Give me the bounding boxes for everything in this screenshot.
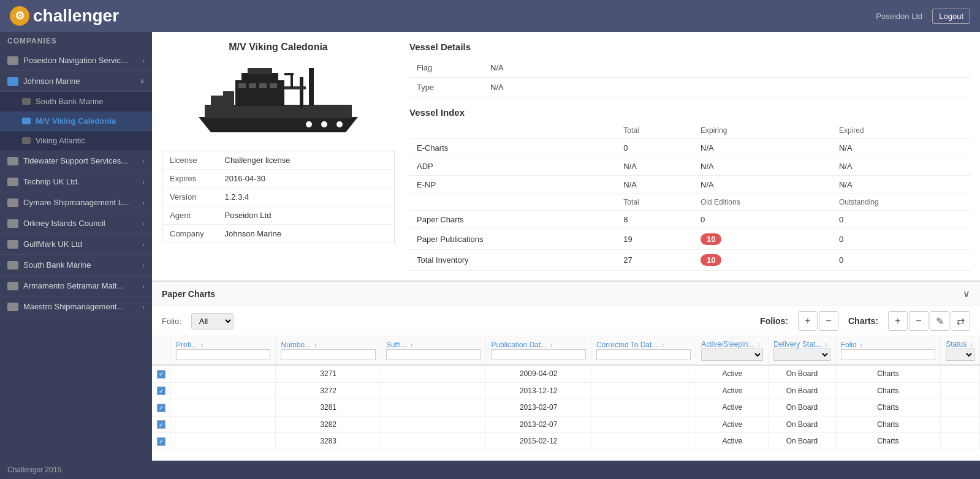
sidebar: COMPANIES Poseidon Navigation Servic... …: [0, 32, 152, 461]
collapse-paper-charts-button[interactable]: ∨: [963, 288, 970, 300]
row-checkbox[interactable]: ✓: [152, 433, 171, 450]
index-col2-total: Total: [616, 194, 693, 211]
sidebar-label-orkney: Orkney Islands Council: [23, 219, 105, 228]
index-expiring: N/A: [693, 157, 832, 176]
index-label: Paper Charts: [409, 211, 616, 229]
filter-active[interactable]: [701, 349, 763, 361]
cell-status: [941, 433, 980, 450]
charts-settings-button[interactable]: ⇄: [951, 311, 970, 331]
vessel-info-label: License: [162, 151, 218, 170]
col-corrected[interactable]: Corrected To Dat... ↕: [591, 336, 696, 365]
col-status[interactable]: Status ↕: [941, 336, 980, 365]
index-expired: N/A: [832, 139, 970, 157]
south-bank-label: South Bank Marine: [36, 97, 104, 106]
company-icon-gulfmark: [7, 240, 18, 249]
charts-edit-button[interactable]: ✎: [930, 311, 949, 331]
header: ⚙ challenger Poseidon Ltd Logout: [0, 0, 980, 32]
cell-corrected: [591, 416, 696, 433]
charts-btn-group: + − ✎ ⇄: [888, 311, 970, 331]
filter-folio[interactable]: [841, 349, 935, 360]
logout-button[interactable]: Logout: [932, 9, 970, 24]
filter-corrected[interactable]: [596, 349, 691, 360]
sidebar-item-johnson[interactable]: Johnson Marine ∨: [0, 71, 152, 92]
svg-rect-17: [223, 91, 234, 106]
chevron-orkney: ›: [142, 220, 145, 227]
col-pub-date[interactable]: Publication Dat... ↕: [486, 336, 591, 365]
cell-pub-date: 2015-02-12: [486, 433, 591, 450]
col-folio[interactable]: Folio ↕: [835, 336, 940, 365]
cell-folio: Charts: [835, 382, 940, 399]
sidebar-item-viking-caledonia[interactable]: M/V Viking Caledonia: [0, 111, 152, 131]
sidebar-item-technip[interactable]: Technip UK Ltd. ›: [0, 172, 152, 192]
cell-status: [941, 365, 980, 382]
charts-remove-button[interactable]: −: [909, 311, 929, 331]
charts-add-button[interactable]: +: [888, 311, 908, 331]
folio-select[interactable]: All: [191, 313, 234, 330]
vessel-details-row: FlagN/A: [409, 58, 970, 78]
index-total: 27: [616, 250, 693, 271]
vessel-details-panel: Vessel Details FlagN/ATypeN/A Vessel Ind…: [409, 42, 970, 271]
index-label: Paper Publications: [409, 229, 616, 250]
table-row: ✓ 3283 2015-02-12 Active On Board Charts: [152, 433, 980, 450]
chevron-maestro: ›: [142, 303, 145, 311]
checkbox-checked[interactable]: ✓: [157, 437, 165, 446]
index-row: Total Inventory27100: [409, 250, 970, 271]
sidebar-item-tidewater[interactable]: Tidewater Support Services... ›: [0, 151, 152, 172]
sidebar-label-armamento: Armamento Setramar Malt...: [23, 281, 123, 290]
filter-pub-date[interactable]: [491, 349, 585, 360]
col-checkbox: [152, 336, 171, 365]
col-active[interactable]: Active/Sleepin... ↕: [696, 336, 769, 365]
cell-prefix: [171, 416, 276, 433]
sidebar-item-cymare[interactable]: Cymare Shipmanagement L... ›: [0, 192, 152, 213]
cell-status: [941, 399, 980, 417]
viking-atlantic-label: Viking Atlantic: [36, 136, 85, 145]
filter-status[interactable]: [946, 349, 974, 361]
col-delivery[interactable]: Delivery Stat... ↕: [769, 336, 835, 365]
chevron-johnson: ∨: [140, 77, 145, 85]
paper-charts-header: Paper Charts ∨: [152, 282, 980, 306]
svg-rect-13: [300, 77, 303, 108]
col-number[interactable]: Numbe... ↕: [276, 336, 381, 365]
sidebar-item-orkney[interactable]: Orkney Islands Council ›: [0, 213, 152, 234]
sidebar-item-maestro[interactable]: Maestro Shipmanagement... ›: [0, 296, 152, 317]
filter-number[interactable]: [281, 349, 375, 360]
checkbox-checked[interactable]: ✓: [157, 370, 165, 379]
cell-delivery: On Board: [769, 399, 835, 417]
filter-suffix[interactable]: [386, 349, 481, 360]
col-prefix[interactable]: Prefi... ↕: [171, 336, 276, 365]
row-checkbox[interactable]: ✓: [152, 382, 171, 399]
index-old-editions: 10: [693, 229, 832, 250]
checkbox-checked[interactable]: ✓: [157, 404, 165, 412]
main-top: M/V Viking Caledonia: [152, 32, 980, 281]
sidebar-item-south-bank-2[interactable]: South Bank Marine ›: [0, 255, 152, 276]
cell-suffix: [381, 433, 485, 450]
index-outstanding: 0: [832, 250, 970, 271]
index-outstanding: 0: [832, 211, 970, 229]
sidebar-item-poseidon[interactable]: Poseidon Navigation Servic... ›: [0, 50, 152, 71]
checkbox-checked[interactable]: ✓: [157, 420, 165, 429]
sidebar-item-gulfmark[interactable]: GulfMark UK Ltd ›: [0, 234, 152, 255]
row-checkbox[interactable]: ✓: [152, 399, 171, 417]
sidebar-item-south-bank[interactable]: South Bank Marine: [0, 92, 152, 111]
row-checkbox[interactable]: ✓: [152, 365, 171, 382]
folios-remove-button[interactable]: −: [819, 311, 838, 331]
checkbox-checked[interactable]: ✓: [157, 387, 165, 395]
index-row: E-NPN/AN/AN/A: [409, 176, 970, 194]
svg-rect-11: [259, 83, 267, 88]
svg-point-6: [306, 121, 312, 127]
index-old-editions: 10: [693, 250, 832, 271]
row-checkbox[interactable]: ✓: [152, 416, 171, 433]
filter-delivery[interactable]: [773, 349, 830, 361]
sidebar-item-viking-atlantic[interactable]: Viking Atlantic: [0, 131, 152, 151]
company-icon-johnson: [7, 77, 18, 86]
cell-active: Active: [696, 382, 769, 399]
filter-prefix[interactable]: [176, 349, 270, 360]
folios-add-button[interactable]: +: [798, 311, 818, 331]
col-suffix[interactable]: Suffi... ↕: [381, 336, 485, 365]
current-user: Poseidon Ltd: [876, 12, 922, 21]
index-old-editions: 0: [693, 211, 832, 229]
cell-active: Active: [696, 365, 769, 382]
index-outstanding: 0: [832, 229, 970, 250]
sidebar-item-armamento[interactable]: Armamento Setramar Malt... ›: [0, 276, 152, 296]
cell-suffix: [381, 416, 485, 433]
